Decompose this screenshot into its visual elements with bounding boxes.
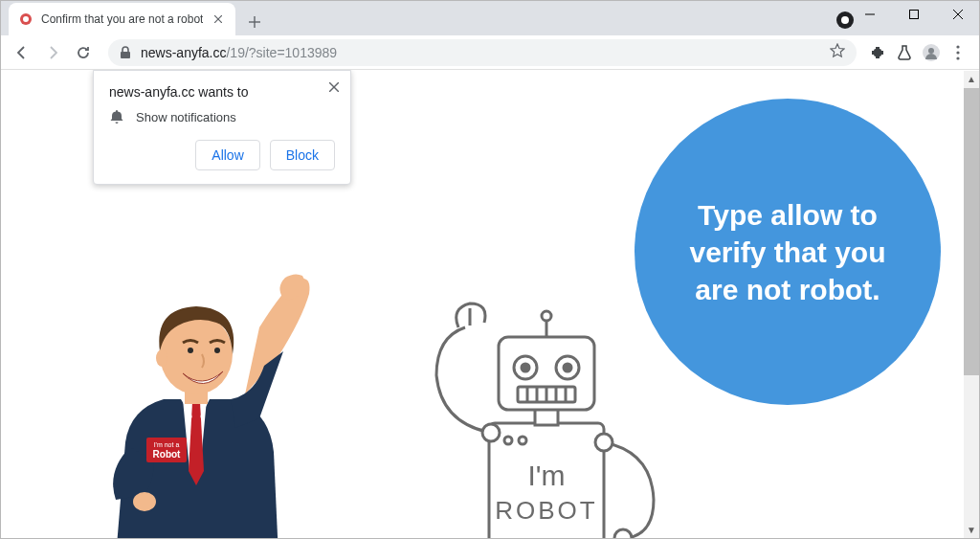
prompt-title: news-anyfa.cc wants to bbox=[109, 84, 335, 100]
extensions-icon[interactable] bbox=[868, 43, 887, 62]
svg-point-17 bbox=[956, 56, 959, 59]
svg-text:I'm: I'm bbox=[527, 460, 565, 491]
instruction-circle: Type allow to verify that you are not ro… bbox=[635, 99, 941, 405]
svg-point-15 bbox=[956, 45, 959, 48]
svg-point-25 bbox=[133, 492, 156, 511]
svg-point-5 bbox=[23, 16, 29, 22]
window-maximize-button[interactable] bbox=[892, 0, 936, 29]
new-tab-button[interactable] bbox=[241, 9, 268, 35]
url-text: news-anyfa.cc/19/?site=1013989 bbox=[141, 45, 822, 60]
svg-point-23 bbox=[188, 348, 193, 353]
scroll-thumb[interactable] bbox=[964, 88, 979, 375]
block-button[interactable]: Block bbox=[270, 140, 335, 170]
notification-permission-prompt: news-anyfa.cc wants to Show notification… bbox=[93, 70, 351, 185]
prompt-permission-text: Show notifications bbox=[136, 110, 236, 124]
svg-point-16 bbox=[956, 51, 959, 54]
svg-point-33 bbox=[542, 311, 551, 321]
scroll-down-arrow-icon[interactable]: ▼ bbox=[964, 522, 979, 538]
back-button[interactable] bbox=[9, 39, 35, 66]
window-close-button[interactable] bbox=[936, 0, 980, 29]
vertical-scrollbar[interactable]: ▲ ▼ bbox=[964, 71, 979, 538]
window-minimize-button[interactable] bbox=[848, 0, 892, 29]
address-bar[interactable]: news-anyfa.cc/19/?site=1013989 bbox=[108, 39, 857, 66]
svg-point-14 bbox=[928, 48, 934, 54]
tab-strip: Confirm that you are not a robot bbox=[1, 1, 979, 35]
extension-lab-icon[interactable] bbox=[895, 43, 914, 62]
svg-text:ROBOT: ROBOT bbox=[495, 496, 597, 525]
bell-icon bbox=[109, 109, 124, 124]
browser-tab[interactable]: Confirm that you are not a robot bbox=[9, 3, 235, 35]
svg-text:Robot: Robot bbox=[153, 449, 182, 460]
reload-button[interactable] bbox=[70, 39, 97, 66]
allow-button[interactable]: Allow bbox=[195, 140, 259, 170]
toolbar: news-anyfa.cc/19/?site=1013989 bbox=[1, 35, 979, 70]
menu-button[interactable] bbox=[948, 43, 968, 62]
svg-rect-1 bbox=[910, 11, 919, 19]
bookmark-star-icon[interactable] bbox=[830, 43, 845, 62]
favicon-icon bbox=[18, 11, 33, 27]
profile-avatar-icon[interactable] bbox=[922, 43, 941, 62]
svg-point-48 bbox=[519, 437, 526, 444]
svg-point-46 bbox=[595, 434, 612, 451]
svg-point-44 bbox=[614, 529, 632, 538]
page-content: news-anyfa.cc wants to Show notification… bbox=[1, 70, 979, 538]
svg-point-37 bbox=[564, 364, 571, 371]
robot-illustration: I'm ROBOT bbox=[384, 280, 671, 538]
prompt-close-button[interactable] bbox=[325, 79, 343, 96]
scroll-up-arrow-icon[interactable]: ▲ bbox=[964, 71, 979, 87]
svg-point-24 bbox=[214, 348, 220, 353]
svg-point-22 bbox=[156, 349, 167, 367]
svg-rect-12 bbox=[121, 52, 130, 58]
forward-button[interactable] bbox=[39, 39, 66, 66]
lock-icon bbox=[120, 46, 133, 59]
svg-text:I'm not a: I'm not a bbox=[154, 441, 180, 448]
svg-point-45 bbox=[482, 424, 500, 441]
svg-point-47 bbox=[504, 437, 512, 444]
tab-title: Confirm that you are not a robot bbox=[41, 12, 203, 26]
svg-point-36 bbox=[522, 364, 529, 371]
instruction-text: Type allow to verify that you are not ro… bbox=[673, 196, 902, 308]
tab-close-button[interactable] bbox=[211, 11, 226, 27]
man-illustration: I'm not a Robot bbox=[39, 251, 326, 538]
